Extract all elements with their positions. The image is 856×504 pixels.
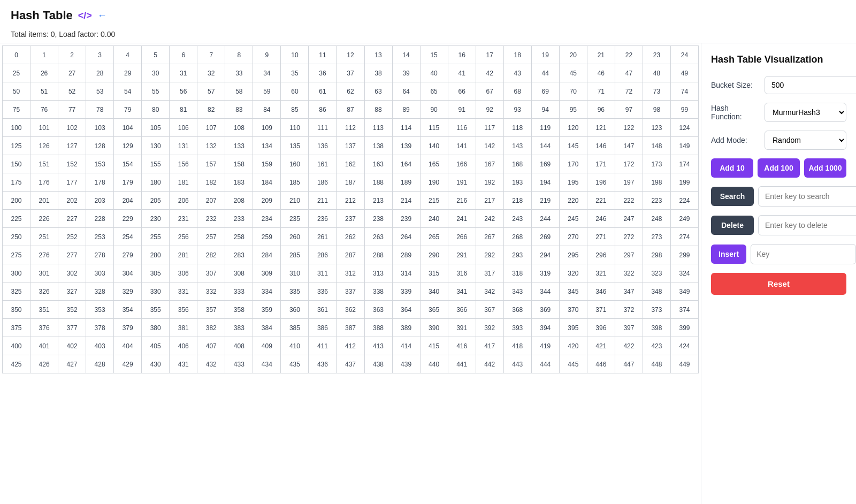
- table-row: 3: [86, 46, 114, 64]
- add-mode-select[interactable]: Random Sequential Custom: [765, 131, 846, 150]
- table-row: 401: [30, 337, 58, 355]
- table-row: 307: [197, 264, 225, 282]
- table-row: 381: [170, 319, 197, 337]
- table-row: 139: [393, 137, 421, 155]
- bucket-size-row: Bucket Size:: [711, 76, 846, 94]
- table-row: 209: [253, 192, 281, 210]
- delete-button[interactable]: Delete: [711, 216, 754, 235]
- table-row: 335: [281, 282, 309, 301]
- table-row: 301: [30, 264, 58, 282]
- table-row: 210: [281, 192, 309, 210]
- table-row: 81: [170, 101, 197, 119]
- table-row: 95: [560, 101, 587, 119]
- table-row: 333: [225, 282, 253, 301]
- table-row: 302: [58, 264, 86, 282]
- bucket-size-input[interactable]: [765, 76, 856, 94]
- table-row: 35: [281, 64, 309, 82]
- table-row: 124: [671, 119, 699, 137]
- table-row: 366: [448, 301, 476, 319]
- table-row: 130: [142, 137, 170, 155]
- table-row: 141: [448, 137, 476, 155]
- table-row: 291: [448, 246, 476, 264]
- table-row: 317: [476, 264, 504, 282]
- table-row: 435: [281, 355, 309, 373]
- table-row: 104: [114, 119, 142, 137]
- table-row: 195: [560, 173, 587, 192]
- table-row: 359: [253, 301, 281, 319]
- table-row: 45: [560, 64, 587, 82]
- search-row: Search: [711, 186, 846, 207]
- table-row: 417: [476, 337, 504, 355]
- table-row: 30: [142, 64, 170, 82]
- table-row: 284: [253, 246, 281, 264]
- table-row: 347: [615, 282, 643, 301]
- table-row: 398: [643, 319, 671, 337]
- table-row: 448: [643, 355, 671, 373]
- bucket-size-label: Bucket Size:: [711, 81, 759, 89]
- insert-button[interactable]: Insert: [711, 245, 746, 264]
- table-row: 176: [30, 173, 58, 192]
- table-row: 40: [421, 64, 448, 82]
- add100-button[interactable]: Add 100: [758, 158, 800, 178]
- key-input[interactable]: [751, 244, 856, 264]
- table-row: 129: [114, 137, 142, 155]
- table-row: 308: [225, 264, 253, 282]
- table-row: 233: [225, 210, 253, 228]
- table-row: 57: [197, 82, 225, 101]
- table-row: 197: [615, 173, 643, 192]
- table-row: 444: [532, 355, 560, 373]
- add1000-button[interactable]: Add 1000: [804, 158, 846, 178]
- reset-button[interactable]: Reset: [711, 273, 846, 295]
- table-row: 173: [643, 155, 671, 173]
- table-row: 224: [671, 192, 699, 210]
- table-row: 426: [30, 355, 58, 373]
- table-row: 431: [170, 355, 197, 373]
- table-row: 289: [393, 246, 421, 264]
- table-row: 112: [337, 119, 364, 137]
- table-row: 294: [532, 246, 560, 264]
- table-row: 109: [253, 119, 281, 137]
- table-row: 196: [587, 173, 615, 192]
- table-row: 323: [643, 264, 671, 282]
- table-row: 160: [281, 155, 309, 173]
- table-row: 25: [3, 64, 30, 82]
- table-row: 71: [587, 82, 615, 101]
- table-row: 217: [476, 192, 504, 210]
- table-row: 106: [170, 119, 197, 137]
- table-row: 348: [643, 282, 671, 301]
- table-row: 214: [393, 192, 421, 210]
- table-row: 72: [615, 82, 643, 101]
- back-icon[interactable]: ←: [97, 10, 107, 21]
- add10-button[interactable]: Add 10: [711, 158, 753, 178]
- table-row: 373: [643, 301, 671, 319]
- table-row: 325: [3, 282, 30, 301]
- table-row: 413: [365, 337, 393, 355]
- search-button[interactable]: Search: [711, 187, 754, 206]
- table-row: 115: [421, 119, 448, 137]
- table-row: 22: [615, 46, 643, 64]
- hash-function-select[interactable]: MurmurHash3 FNV-1a djb2 SHA-1: [765, 103, 846, 122]
- search-input[interactable]: [758, 186, 856, 207]
- table-row: 273: [643, 228, 671, 246]
- table-row: 172: [615, 155, 643, 173]
- table-row: 77: [58, 101, 86, 119]
- table-row: 337: [337, 282, 364, 301]
- table-row: 447: [615, 355, 643, 373]
- table-row: 370: [560, 301, 587, 319]
- table-row: 74: [671, 82, 699, 101]
- table-row: 202: [58, 192, 86, 210]
- table-row: 420: [560, 337, 587, 355]
- table-row: 324: [671, 264, 699, 282]
- table-row: 221: [587, 192, 615, 210]
- delete-input[interactable]: [758, 215, 856, 235]
- table-row: 168: [504, 155, 532, 173]
- table-row: 228: [86, 210, 114, 228]
- table-row: 362: [337, 301, 364, 319]
- table-row: 312: [337, 264, 364, 282]
- table-row: 187: [337, 173, 364, 192]
- table-row: 137: [337, 137, 364, 155]
- table-row: 358: [225, 301, 253, 319]
- table-row: 320: [560, 264, 587, 282]
- table-row: 437: [337, 355, 364, 373]
- table-row: 304: [114, 264, 142, 282]
